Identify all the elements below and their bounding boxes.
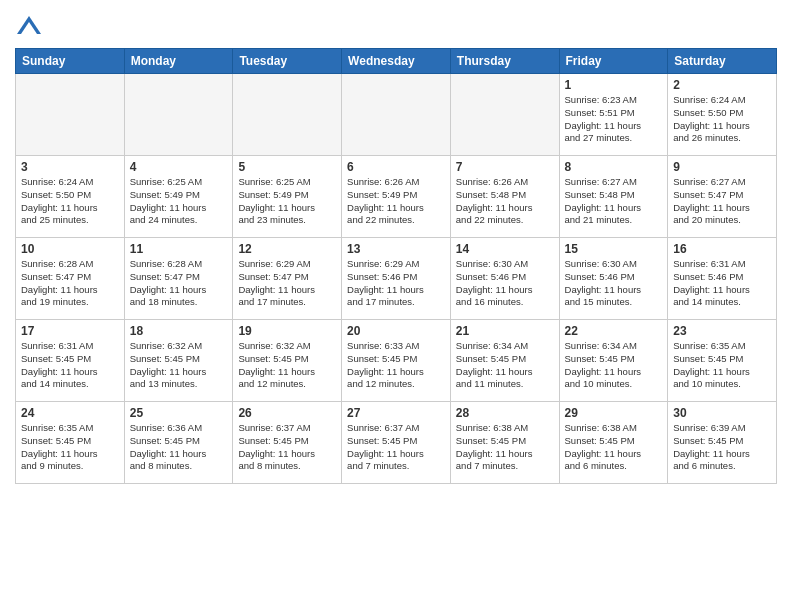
calendar-cell: 18Sunrise: 6:32 AM Sunset: 5:45 PM Dayli… bbox=[124, 320, 233, 402]
calendar-cell: 28Sunrise: 6:38 AM Sunset: 5:45 PM Dayli… bbox=[450, 402, 559, 484]
cell-details: Sunrise: 6:26 AM Sunset: 5:49 PM Dayligh… bbox=[347, 176, 445, 227]
calendar-cell: 30Sunrise: 6:39 AM Sunset: 5:45 PM Dayli… bbox=[668, 402, 777, 484]
week-row-3: 17Sunrise: 6:31 AM Sunset: 5:45 PM Dayli… bbox=[16, 320, 777, 402]
day-number: 11 bbox=[130, 242, 228, 256]
day-number: 29 bbox=[565, 406, 663, 420]
day-number: 18 bbox=[130, 324, 228, 338]
week-row-4: 24Sunrise: 6:35 AM Sunset: 5:45 PM Dayli… bbox=[16, 402, 777, 484]
day-number: 22 bbox=[565, 324, 663, 338]
weekday-header-row: SundayMondayTuesdayWednesdayThursdayFrid… bbox=[16, 49, 777, 74]
cell-details: Sunrise: 6:32 AM Sunset: 5:45 PM Dayligh… bbox=[130, 340, 228, 391]
calendar-cell: 16Sunrise: 6:31 AM Sunset: 5:46 PM Dayli… bbox=[668, 238, 777, 320]
calendar-cell: 25Sunrise: 6:36 AM Sunset: 5:45 PM Dayli… bbox=[124, 402, 233, 484]
weekday-header-wednesday: Wednesday bbox=[342, 49, 451, 74]
day-number: 20 bbox=[347, 324, 445, 338]
cell-details: Sunrise: 6:27 AM Sunset: 5:48 PM Dayligh… bbox=[565, 176, 663, 227]
cell-details: Sunrise: 6:38 AM Sunset: 5:45 PM Dayligh… bbox=[456, 422, 554, 473]
week-row-1: 3Sunrise: 6:24 AM Sunset: 5:50 PM Daylig… bbox=[16, 156, 777, 238]
day-number: 4 bbox=[130, 160, 228, 174]
cell-details: Sunrise: 6:28 AM Sunset: 5:47 PM Dayligh… bbox=[130, 258, 228, 309]
day-number: 7 bbox=[456, 160, 554, 174]
day-number: 23 bbox=[673, 324, 771, 338]
cell-details: Sunrise: 6:34 AM Sunset: 5:45 PM Dayligh… bbox=[456, 340, 554, 391]
cell-details: Sunrise: 6:37 AM Sunset: 5:45 PM Dayligh… bbox=[238, 422, 336, 473]
cell-details: Sunrise: 6:31 AM Sunset: 5:45 PM Dayligh… bbox=[21, 340, 119, 391]
week-row-0: 1Sunrise: 6:23 AM Sunset: 5:51 PM Daylig… bbox=[16, 74, 777, 156]
weekday-header-friday: Friday bbox=[559, 49, 668, 74]
cell-details: Sunrise: 6:38 AM Sunset: 5:45 PM Dayligh… bbox=[565, 422, 663, 473]
calendar-cell: 15Sunrise: 6:30 AM Sunset: 5:46 PM Dayli… bbox=[559, 238, 668, 320]
page-container: SundayMondayTuesdayWednesdayThursdayFrid… bbox=[0, 0, 792, 494]
day-number: 17 bbox=[21, 324, 119, 338]
cell-details: Sunrise: 6:25 AM Sunset: 5:49 PM Dayligh… bbox=[238, 176, 336, 227]
cell-details: Sunrise: 6:36 AM Sunset: 5:45 PM Dayligh… bbox=[130, 422, 228, 473]
day-number: 15 bbox=[565, 242, 663, 256]
calendar-cell: 11Sunrise: 6:28 AM Sunset: 5:47 PM Dayli… bbox=[124, 238, 233, 320]
day-number: 5 bbox=[238, 160, 336, 174]
weekday-header-tuesday: Tuesday bbox=[233, 49, 342, 74]
weekday-header-sunday: Sunday bbox=[16, 49, 125, 74]
calendar-cell: 26Sunrise: 6:37 AM Sunset: 5:45 PM Dayli… bbox=[233, 402, 342, 484]
logo-icon bbox=[15, 14, 43, 42]
day-number: 8 bbox=[565, 160, 663, 174]
calendar-cell bbox=[342, 74, 451, 156]
weekday-header-saturday: Saturday bbox=[668, 49, 777, 74]
cell-details: Sunrise: 6:35 AM Sunset: 5:45 PM Dayligh… bbox=[21, 422, 119, 473]
calendar-cell: 20Sunrise: 6:33 AM Sunset: 5:45 PM Dayli… bbox=[342, 320, 451, 402]
cell-details: Sunrise: 6:29 AM Sunset: 5:47 PM Dayligh… bbox=[238, 258, 336, 309]
calendar-cell: 1Sunrise: 6:23 AM Sunset: 5:51 PM Daylig… bbox=[559, 74, 668, 156]
day-number: 24 bbox=[21, 406, 119, 420]
calendar-cell: 19Sunrise: 6:32 AM Sunset: 5:45 PM Dayli… bbox=[233, 320, 342, 402]
day-number: 30 bbox=[673, 406, 771, 420]
day-number: 14 bbox=[456, 242, 554, 256]
calendar-cell bbox=[16, 74, 125, 156]
week-row-2: 10Sunrise: 6:28 AM Sunset: 5:47 PM Dayli… bbox=[16, 238, 777, 320]
day-number: 25 bbox=[130, 406, 228, 420]
day-number: 26 bbox=[238, 406, 336, 420]
calendar-cell: 23Sunrise: 6:35 AM Sunset: 5:45 PM Dayli… bbox=[668, 320, 777, 402]
day-number: 27 bbox=[347, 406, 445, 420]
cell-details: Sunrise: 6:24 AM Sunset: 5:50 PM Dayligh… bbox=[21, 176, 119, 227]
cell-details: Sunrise: 6:23 AM Sunset: 5:51 PM Dayligh… bbox=[565, 94, 663, 145]
calendar-cell: 13Sunrise: 6:29 AM Sunset: 5:46 PM Dayli… bbox=[342, 238, 451, 320]
calendar-cell: 6Sunrise: 6:26 AM Sunset: 5:49 PM Daylig… bbox=[342, 156, 451, 238]
weekday-header-monday: Monday bbox=[124, 49, 233, 74]
cell-details: Sunrise: 6:26 AM Sunset: 5:48 PM Dayligh… bbox=[456, 176, 554, 227]
calendar-table: SundayMondayTuesdayWednesdayThursdayFrid… bbox=[15, 48, 777, 484]
cell-details: Sunrise: 6:25 AM Sunset: 5:49 PM Dayligh… bbox=[130, 176, 228, 227]
calendar-cell: 8Sunrise: 6:27 AM Sunset: 5:48 PM Daylig… bbox=[559, 156, 668, 238]
day-number: 21 bbox=[456, 324, 554, 338]
calendar-cell bbox=[233, 74, 342, 156]
calendar-cell: 5Sunrise: 6:25 AM Sunset: 5:49 PM Daylig… bbox=[233, 156, 342, 238]
calendar-cell: 2Sunrise: 6:24 AM Sunset: 5:50 PM Daylig… bbox=[668, 74, 777, 156]
calendar-cell: 3Sunrise: 6:24 AM Sunset: 5:50 PM Daylig… bbox=[16, 156, 125, 238]
cell-details: Sunrise: 6:27 AM Sunset: 5:47 PM Dayligh… bbox=[673, 176, 771, 227]
day-number: 19 bbox=[238, 324, 336, 338]
day-number: 1 bbox=[565, 78, 663, 92]
weekday-header-thursday: Thursday bbox=[450, 49, 559, 74]
calendar-cell: 9Sunrise: 6:27 AM Sunset: 5:47 PM Daylig… bbox=[668, 156, 777, 238]
calendar-cell: 27Sunrise: 6:37 AM Sunset: 5:45 PM Dayli… bbox=[342, 402, 451, 484]
cell-details: Sunrise: 6:31 AM Sunset: 5:46 PM Dayligh… bbox=[673, 258, 771, 309]
calendar-cell: 21Sunrise: 6:34 AM Sunset: 5:45 PM Dayli… bbox=[450, 320, 559, 402]
day-number: 3 bbox=[21, 160, 119, 174]
day-number: 6 bbox=[347, 160, 445, 174]
calendar-cell: 14Sunrise: 6:30 AM Sunset: 5:46 PM Dayli… bbox=[450, 238, 559, 320]
cell-details: Sunrise: 6:28 AM Sunset: 5:47 PM Dayligh… bbox=[21, 258, 119, 309]
calendar-cell: 22Sunrise: 6:34 AM Sunset: 5:45 PM Dayli… bbox=[559, 320, 668, 402]
calendar-cell: 7Sunrise: 6:26 AM Sunset: 5:48 PM Daylig… bbox=[450, 156, 559, 238]
header bbox=[15, 10, 777, 42]
day-number: 16 bbox=[673, 242, 771, 256]
cell-details: Sunrise: 6:33 AM Sunset: 5:45 PM Dayligh… bbox=[347, 340, 445, 391]
day-number: 2 bbox=[673, 78, 771, 92]
cell-details: Sunrise: 6:30 AM Sunset: 5:46 PM Dayligh… bbox=[456, 258, 554, 309]
day-number: 12 bbox=[238, 242, 336, 256]
calendar-cell: 12Sunrise: 6:29 AM Sunset: 5:47 PM Dayli… bbox=[233, 238, 342, 320]
cell-details: Sunrise: 6:24 AM Sunset: 5:50 PM Dayligh… bbox=[673, 94, 771, 145]
day-number: 13 bbox=[347, 242, 445, 256]
calendar-cell: 17Sunrise: 6:31 AM Sunset: 5:45 PM Dayli… bbox=[16, 320, 125, 402]
cell-details: Sunrise: 6:29 AM Sunset: 5:46 PM Dayligh… bbox=[347, 258, 445, 309]
day-number: 10 bbox=[21, 242, 119, 256]
calendar-cell bbox=[450, 74, 559, 156]
calendar-cell: 10Sunrise: 6:28 AM Sunset: 5:47 PM Dayli… bbox=[16, 238, 125, 320]
